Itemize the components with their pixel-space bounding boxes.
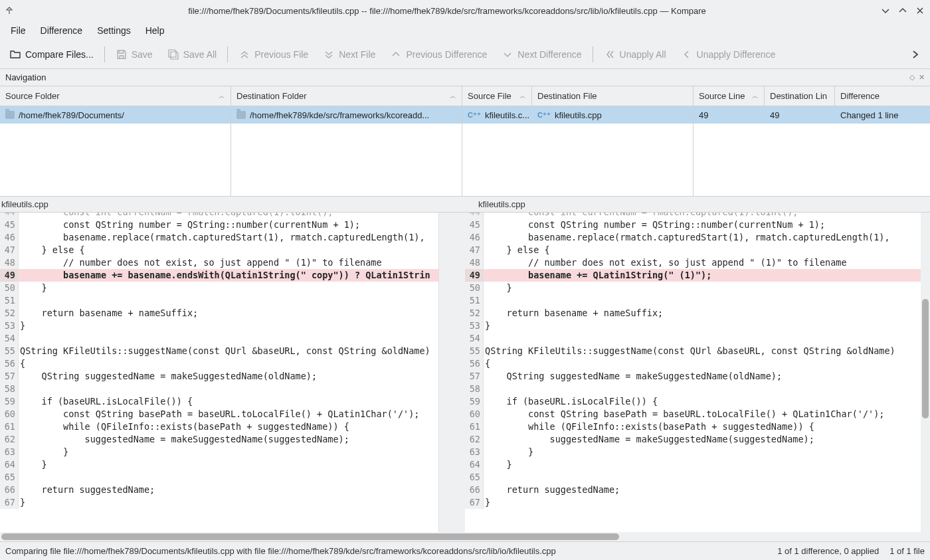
code-line[interactable]: 45 const QString number = QString::numbe… (0, 219, 465, 231)
code-line[interactable]: 52 return basename + nameSuffix; (465, 307, 930, 320)
menu-difference[interactable]: Difference (34, 23, 90, 39)
source-code-area[interactable]: 44 const int currentNum = rmatch.capture… (0, 213, 465, 532)
next-difference-button: Next Difference (495, 45, 588, 64)
code-line[interactable]: 58 (465, 383, 930, 395)
code-line[interactable]: 64 } (465, 458, 930, 471)
compare-files-button[interactable]: Compare Files... (3, 45, 100, 64)
close-button[interactable] (915, 6, 925, 15)
table-row[interactable]: 49 49 Changed 1 line (694, 106, 930, 124)
vertical-scrollbar[interactable] (921, 213, 930, 532)
code-line[interactable]: 53} (0, 320, 465, 332)
code-text: } (484, 320, 490, 332)
dst-file-value: kfileutils.cpp (555, 110, 602, 120)
code-line[interactable]: 46 basename.replace(rmatch.capturedStart… (0, 231, 465, 244)
code-line[interactable]: 66 return suggestedName; (0, 484, 465, 496)
minimize-button[interactable] (881, 6, 890, 15)
save-label: Save (132, 49, 153, 60)
column-header[interactable]: Source Folder︿ (0, 86, 231, 106)
maximize-button[interactable] (898, 6, 907, 15)
code-text: } (484, 496, 490, 509)
table-row[interactable]: C⁺⁺kfileutils.c... C⁺⁺kfileutils.cpp (462, 106, 693, 124)
code-line[interactable]: 65 (465, 471, 930, 484)
column-header[interactable]: Source Line︿ Destination Lin Difference (694, 86, 930, 106)
scrollbar-thumb[interactable] (1, 533, 619, 540)
horizontal-scrollbar[interactable] (0, 532, 930, 541)
code-line[interactable]: 58 (0, 383, 465, 395)
line-number: 51 (0, 294, 19, 307)
line-number: 48 (465, 256, 484, 269)
menu-settings[interactable]: Settings (90, 23, 138, 39)
code-line[interactable]: 51 (0, 294, 465, 307)
column-header[interactable]: Source File︿ Destination File (462, 86, 693, 106)
code-line[interactable]: 50 } (0, 282, 465, 294)
panel-float-button[interactable]: ◇ (909, 73, 915, 82)
code-line[interactable]: 48 // number does not exist, so just app… (465, 256, 930, 269)
code-line[interactable]: 64 } (0, 458, 465, 471)
code-line[interactable]: 62 suggestedName = makeSuggestedName(sug… (465, 433, 930, 446)
save-all-icon (167, 48, 179, 60)
code-line[interactable]: 60 const QString basePath = baseURL.toLo… (465, 408, 930, 420)
line-number: 45 (465, 219, 484, 231)
code-line[interactable]: 61 while (QFileInfo::exists(basePath + s… (465, 420, 930, 433)
code-line[interactable]: 57 QString suggestedName = makeSuggested… (0, 370, 465, 383)
code-line[interactable]: 52 return basename + nameSuffix; (0, 307, 465, 320)
code-line[interactable]: 67} (465, 496, 930, 509)
code-line[interactable]: 51 (465, 294, 930, 307)
menu-help[interactable]: Help (139, 23, 171, 39)
code-line[interactable]: 61 while (QFileInfo::exists(basePath + s… (0, 420, 465, 433)
code-line[interactable]: 44 const int currentNum = rmatch.capture… (0, 213, 465, 219)
code-line[interactable]: 54 (465, 332, 930, 345)
panel-close-button[interactable]: ✕ (919, 73, 925, 82)
code-line[interactable]: 55QString KFileUtils::suggestName(const … (0, 345, 465, 357)
src-folder-header: Source Folder (5, 91, 60, 101)
code-line[interactable]: 56{ (0, 357, 465, 370)
code-line[interactable]: 45 const QString number = QString::numbe… (465, 219, 930, 231)
code-line[interactable]: 60 const QString basePath = baseURL.toLo… (0, 408, 465, 420)
src-folder-value: /home/fhek789/Documents/ (19, 110, 124, 120)
code-line[interactable]: 62 suggestedName = makeSuggestedName(sug… (0, 433, 465, 446)
code-line[interactable]: 56{ (465, 357, 930, 370)
code-line[interactable]: 47 } else { (0, 244, 465, 256)
menu-file[interactable]: File (4, 23, 33, 39)
code-text: return basename + nameSuffix; (484, 307, 663, 320)
code-line[interactable]: 65 (0, 471, 465, 484)
toolbar-overflow-button[interactable] (903, 45, 927, 64)
pin-icon[interactable] (5, 7, 17, 15)
code-text (19, 471, 20, 484)
code-line[interactable]: 67} (0, 496, 465, 509)
code-line[interactable]: 48 // number does not exist, so just app… (0, 256, 465, 269)
code-line[interactable]: 54 (0, 332, 465, 345)
code-text: QString suggestedName = makeSuggestedNam… (19, 370, 317, 383)
table-row[interactable]: /home/fhek789/Documents/ (0, 106, 231, 124)
code-line[interactable]: 46 basename.replace(rmatch.capturedStart… (465, 231, 930, 244)
code-line[interactable]: 59 if (baseURL.isLocalFile()) { (0, 395, 465, 408)
column-header[interactable]: Destination Folder︿ (231, 86, 462, 106)
line-number: 45 (0, 219, 19, 231)
line-number: 53 (465, 320, 484, 332)
scrollbar-thumb[interactable] (922, 299, 929, 419)
line-number: 55 (465, 345, 484, 357)
code-line[interactable]: 57 QString suggestedName = makeSuggested… (465, 370, 930, 383)
line-number: 52 (465, 307, 484, 320)
code-line[interactable]: 50 } (465, 282, 930, 294)
code-line[interactable]: 55QString KFileUtils::suggestName(const … (465, 345, 930, 357)
code-text: QString KFileUtils::suggestName(const QU… (19, 345, 430, 357)
unapply-all-button: Unapply All (597, 45, 673, 64)
code-line[interactable]: 59 if (baseURL.isLocalFile()) { (465, 395, 930, 408)
connector-gutter (438, 213, 465, 532)
code-line[interactable]: 49 basename += QLatin1String(" (1)"); (465, 269, 930, 282)
code-line[interactable]: 66 return suggestedName; (465, 484, 930, 496)
table-row[interactable]: /home/fhek789/kde/src/frameworks/kcoread… (231, 106, 462, 124)
code-line[interactable]: 63 } (465, 446, 930, 458)
code-line[interactable]: 53} (465, 320, 930, 332)
code-text: QString suggestedName = makeSuggestedNam… (484, 370, 782, 383)
code-text (484, 383, 485, 395)
code-line[interactable]: 63 } (0, 446, 465, 458)
code-text: { (19, 357, 25, 370)
code-line[interactable]: 47 } else { (465, 244, 930, 256)
code-line[interactable]: 49 basename += basename.endsWith(QLatin1… (0, 269, 465, 282)
code-text: const QString basePath = baseURL.toLocal… (19, 408, 419, 420)
destination-code-area[interactable]: 44 const int currentNum = rmatch.capture… (465, 213, 930, 532)
code-line[interactable]: 44 const int currentNum = rmatch.capture… (465, 213, 930, 219)
previous-file-button: Previous File (232, 45, 315, 64)
